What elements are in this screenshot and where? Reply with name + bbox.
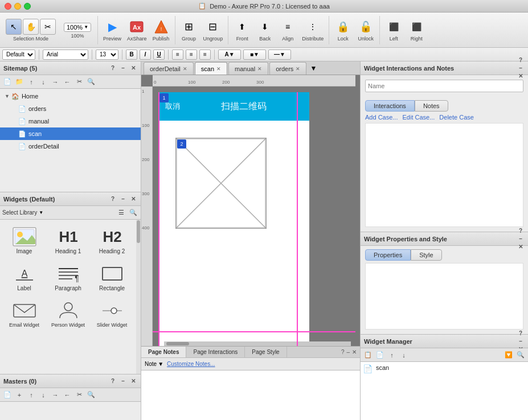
note-type-select[interactable]: Note ▼ (145, 361, 163, 367)
select-library-arrow[interactable]: ▼ (39, 210, 43, 215)
ungroup-btn[interactable]: ⊟ Ungroup (201, 17, 226, 43)
wi-minimize-icon[interactable]: – (517, 64, 525, 72)
sitemap-item-home[interactable]: ▼ 🏠 Home (0, 90, 141, 102)
left-align-btn[interactable]: ⬛ Left (383, 17, 404, 43)
sitemap-item-manual[interactable]: 📄 manual (0, 115, 141, 127)
group-btn[interactable]: ⊞ Group (178, 17, 200, 43)
axshare-btn[interactable]: Ax AxShare (125, 17, 149, 43)
sitemap-add-folder-btn[interactable]: 📁 (14, 77, 24, 87)
masters-down-btn[interactable]: ↓ (38, 390, 48, 400)
widgets-menu-btn[interactable]: ☰ (116, 208, 126, 218)
tab-scan[interactable]: scan ✕ (195, 62, 227, 75)
add-case-link[interactable]: Add Case... (365, 114, 398, 121)
underline-btn[interactable]: U (153, 50, 165, 60)
horizontal-scrollbar[interactable] (164, 341, 351, 346)
customize-notes-link[interactable]: Customize Notes... (167, 361, 215, 367)
sitemap-item-orderdetail[interactable]: 📄 orderDetail (0, 140, 141, 153)
bottom-close-icon[interactable]: ✕ (352, 349, 357, 355)
tab-page-notes[interactable]: Page Notes (141, 347, 186, 358)
tab-page-style[interactable]: Page Style (245, 347, 286, 358)
widget-paragraph[interactable]: ¶ Paragraph (48, 261, 88, 294)
pointer-mode-btn[interactable]: ↖ (6, 19, 22, 35)
bottom-min-icon[interactable]: – (346, 349, 350, 355)
tab-orders[interactable]: orders ✕ (269, 62, 306, 75)
back-button[interactable]: 取消 (165, 101, 180, 112)
wp-minimize-icon[interactable]: – (517, 235, 525, 243)
close-button[interactable] (5, 3, 11, 10)
wm-filter-btn[interactable]: 🔽 (504, 350, 514, 360)
wm-paste-btn[interactable]: 📄 (375, 350, 385, 360)
note-body[interactable] (141, 370, 360, 420)
font-select[interactable]: Arial (43, 50, 88, 60)
style-select[interactable]: Default (2, 50, 35, 60)
widget-h2[interactable]: H2 Heading 2 (92, 224, 132, 257)
properties-tab-btn[interactable]: Properties (365, 249, 411, 261)
qr-widget[interactable]: 2 (175, 138, 267, 229)
edit-case-link[interactable]: Edit Case... (402, 114, 435, 121)
crop-mode-btn[interactable]: ✂ (40, 19, 56, 35)
widget-rectangle[interactable]: Rectangle (92, 261, 132, 294)
select-library-label[interactable]: Select Library (2, 209, 37, 216)
wi-close-icon[interactable]: ✕ (517, 72, 525, 80)
tab-orders-close[interactable]: ✕ (296, 66, 300, 72)
bold-btn[interactable]: B (126, 50, 137, 60)
widgets-search-btn[interactable]: 🔍 (128, 208, 138, 218)
wm-copy-btn[interactable]: 📋 (363, 350, 373, 360)
align-btn[interactable]: ≡ Align (277, 17, 298, 43)
sitemap-close-icon[interactable]: ✕ (129, 64, 137, 72)
italic-btn[interactable]: I (140, 50, 151, 60)
bottom-help-icon[interactable]: ? (341, 349, 345, 355)
tabs-more-btn[interactable]: ▼ (308, 62, 319, 75)
widget-label[interactable]: A Label (5, 261, 44, 294)
wm-down-btn[interactable]: ↓ (399, 350, 409, 360)
masters-search-btn[interactable]: 🔍 (86, 390, 96, 400)
sitemap-search-btn[interactable]: 🔍 (86, 77, 96, 87)
align-left-btn[interactable]: ≡ (172, 50, 183, 60)
align-center-btn[interactable]: ≡ (186, 50, 197, 60)
tab-page-interactions[interactable]: Page Interactions (186, 347, 245, 358)
sitemap-down-btn[interactable]: ↓ (38, 77, 48, 87)
lock-btn[interactable]: 🔒 Lock (332, 17, 354, 43)
sitemap-indent-btn[interactable]: → (50, 77, 60, 87)
masters-help-icon[interactable]: ? (109, 377, 117, 385)
wp-help-icon[interactable]: ? (517, 227, 525, 235)
tab-orderdetail-close[interactable]: ✕ (183, 66, 187, 72)
widget-image[interactable]: Image (5, 224, 44, 257)
sitemap-outdent-btn[interactable]: ← (62, 77, 72, 87)
sitemap-add-page-btn[interactable]: 📄 (2, 77, 13, 87)
publish-btn[interactable]: ! Publish (150, 17, 172, 43)
wi-help-icon[interactable]: ? (517, 56, 525, 64)
masters-close-icon[interactable]: ✕ (129, 377, 137, 385)
sitemap-help-icon[interactable]: ? (109, 64, 117, 72)
masters-up-btn[interactable]: ↑ (26, 390, 36, 400)
tab-orderdetail[interactable]: orderDetail ✕ (144, 62, 194, 75)
wm-search-btn[interactable]: 🔍 (515, 350, 526, 360)
interactions-tab-btn[interactable]: Interactions (365, 100, 415, 112)
masters-cut-btn[interactable]: ✂ (74, 390, 84, 400)
minimize-button[interactable] (14, 3, 21, 10)
hand-mode-btn[interactable]: ✋ (23, 19, 39, 35)
line-btn[interactable]: —▼ (268, 50, 291, 60)
zoom-selector[interactable]: 100% ▼ (64, 23, 91, 32)
tab-manual-close[interactable]: ✕ (257, 66, 262, 72)
widgets-minimize-icon[interactable]: – (119, 195, 127, 203)
back-btn[interactable]: ⬇ Back (254, 17, 276, 43)
masters-new-btn[interactable]: 📄 (2, 390, 13, 400)
size-select[interactable]: 13 (96, 50, 118, 60)
wm-up-btn[interactable]: ↑ (387, 350, 397, 360)
widgets-close-icon[interactable]: ✕ (129, 195, 137, 203)
widget-h1[interactable]: H1 Heading 1 (48, 224, 88, 257)
delete-case-link[interactable]: Delete Case (439, 114, 474, 121)
masters-add-btn[interactable]: + (14, 390, 24, 400)
distribute-btn[interactable]: ⋮ Distribute (300, 17, 326, 43)
sitemap-minimize-icon[interactable]: – (119, 64, 127, 72)
sitemap-up-btn[interactable]: ↑ (26, 77, 36, 87)
style-tab-btn[interactable]: Style (411, 249, 441, 261)
unlock-btn[interactable]: 🔓 Unlock (355, 17, 376, 43)
wm-help-icon[interactable]: ? (517, 330, 525, 337)
widgets-help-icon[interactable]: ? (109, 195, 117, 203)
wm-minimize-icon[interactable]: – (517, 337, 525, 345)
sitemap-item-orders[interactable]: 📄 orders (0, 102, 141, 115)
right-align-btn[interactable]: ⬛ Right (406, 17, 427, 43)
sitemap-item-scan[interactable]: 📄 scan (0, 127, 141, 140)
